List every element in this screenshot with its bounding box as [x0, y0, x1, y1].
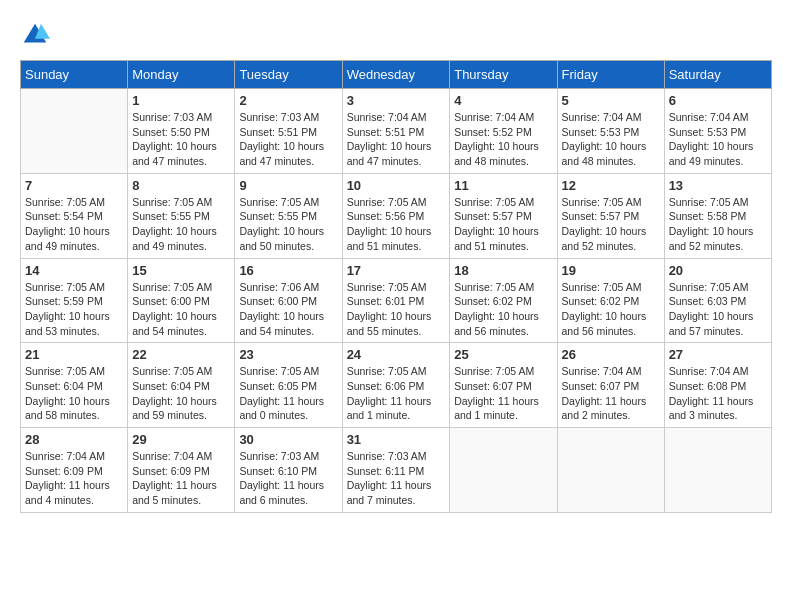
day-info: Sunrise: 7:04 AM Sunset: 5:53 PM Dayligh…: [562, 110, 660, 169]
day-number: 21: [25, 347, 123, 362]
logo-icon: [20, 20, 50, 50]
day-number: 11: [454, 178, 552, 193]
weekday-header: Thursday: [450, 61, 557, 89]
weekday-header-row: SundayMondayTuesdayWednesdayThursdayFrid…: [21, 61, 772, 89]
calendar-cell: 4Sunrise: 7:04 AM Sunset: 5:52 PM Daylig…: [450, 89, 557, 174]
day-info: Sunrise: 7:06 AM Sunset: 6:00 PM Dayligh…: [239, 280, 337, 339]
weekday-header: Tuesday: [235, 61, 342, 89]
weekday-header: Friday: [557, 61, 664, 89]
day-info: Sunrise: 7:03 AM Sunset: 5:50 PM Dayligh…: [132, 110, 230, 169]
day-number: 30: [239, 432, 337, 447]
day-number: 3: [347, 93, 446, 108]
day-info: Sunrise: 7:05 AM Sunset: 5:55 PM Dayligh…: [239, 195, 337, 254]
day-info: Sunrise: 7:05 AM Sunset: 6:00 PM Dayligh…: [132, 280, 230, 339]
calendar-cell: 2Sunrise: 7:03 AM Sunset: 5:51 PM Daylig…: [235, 89, 342, 174]
day-number: 16: [239, 263, 337, 278]
day-number: 24: [347, 347, 446, 362]
calendar-cell: 6Sunrise: 7:04 AM Sunset: 5:53 PM Daylig…: [664, 89, 771, 174]
calendar-cell: 30Sunrise: 7:03 AM Sunset: 6:10 PM Dayli…: [235, 428, 342, 513]
calendar-cell: [557, 428, 664, 513]
calendar-cell: 24Sunrise: 7:05 AM Sunset: 6:06 PM Dayli…: [342, 343, 450, 428]
day-info: Sunrise: 7:04 AM Sunset: 5:51 PM Dayligh…: [347, 110, 446, 169]
day-number: 15: [132, 263, 230, 278]
page-header: [20, 20, 772, 50]
day-number: 13: [669, 178, 767, 193]
calendar-cell: 10Sunrise: 7:05 AM Sunset: 5:56 PM Dayli…: [342, 173, 450, 258]
day-info: Sunrise: 7:05 AM Sunset: 6:07 PM Dayligh…: [454, 364, 552, 423]
day-number: 12: [562, 178, 660, 193]
day-info: Sunrise: 7:05 AM Sunset: 5:57 PM Dayligh…: [562, 195, 660, 254]
calendar-week-row: 1Sunrise: 7:03 AM Sunset: 5:50 PM Daylig…: [21, 89, 772, 174]
day-info: Sunrise: 7:05 AM Sunset: 6:02 PM Dayligh…: [454, 280, 552, 339]
day-info: Sunrise: 7:05 AM Sunset: 5:55 PM Dayligh…: [132, 195, 230, 254]
calendar-cell: 11Sunrise: 7:05 AM Sunset: 5:57 PM Dayli…: [450, 173, 557, 258]
calendar-cell: 29Sunrise: 7:04 AM Sunset: 6:09 PM Dayli…: [128, 428, 235, 513]
day-info: Sunrise: 7:05 AM Sunset: 6:02 PM Dayligh…: [562, 280, 660, 339]
day-info: Sunrise: 7:04 AM Sunset: 5:52 PM Dayligh…: [454, 110, 552, 169]
day-info: Sunrise: 7:05 AM Sunset: 6:06 PM Dayligh…: [347, 364, 446, 423]
calendar-cell: [450, 428, 557, 513]
calendar-cell: 15Sunrise: 7:05 AM Sunset: 6:00 PM Dayli…: [128, 258, 235, 343]
day-info: Sunrise: 7:05 AM Sunset: 6:03 PM Dayligh…: [669, 280, 767, 339]
calendar-cell: 19Sunrise: 7:05 AM Sunset: 6:02 PM Dayli…: [557, 258, 664, 343]
day-number: 18: [454, 263, 552, 278]
day-number: 2: [239, 93, 337, 108]
calendar-cell: 3Sunrise: 7:04 AM Sunset: 5:51 PM Daylig…: [342, 89, 450, 174]
calendar-week-row: 7Sunrise: 7:05 AM Sunset: 5:54 PM Daylig…: [21, 173, 772, 258]
logo: [20, 20, 54, 50]
day-number: 22: [132, 347, 230, 362]
day-number: 6: [669, 93, 767, 108]
calendar-week-row: 14Sunrise: 7:05 AM Sunset: 5:59 PM Dayli…: [21, 258, 772, 343]
calendar-cell: 8Sunrise: 7:05 AM Sunset: 5:55 PM Daylig…: [128, 173, 235, 258]
calendar-cell: 14Sunrise: 7:05 AM Sunset: 5:59 PM Dayli…: [21, 258, 128, 343]
calendar-cell: 16Sunrise: 7:06 AM Sunset: 6:00 PM Dayli…: [235, 258, 342, 343]
day-info: Sunrise: 7:04 AM Sunset: 5:53 PM Dayligh…: [669, 110, 767, 169]
calendar-cell: 18Sunrise: 7:05 AM Sunset: 6:02 PM Dayli…: [450, 258, 557, 343]
calendar-table: SundayMondayTuesdayWednesdayThursdayFrid…: [20, 60, 772, 513]
calendar-cell: 27Sunrise: 7:04 AM Sunset: 6:08 PM Dayli…: [664, 343, 771, 428]
day-number: 10: [347, 178, 446, 193]
day-number: 14: [25, 263, 123, 278]
day-info: Sunrise: 7:05 AM Sunset: 5:58 PM Dayligh…: [669, 195, 767, 254]
calendar-cell: 28Sunrise: 7:04 AM Sunset: 6:09 PM Dayli…: [21, 428, 128, 513]
day-info: Sunrise: 7:05 AM Sunset: 6:04 PM Dayligh…: [132, 364, 230, 423]
day-info: Sunrise: 7:03 AM Sunset: 5:51 PM Dayligh…: [239, 110, 337, 169]
day-number: 25: [454, 347, 552, 362]
calendar-cell: 21Sunrise: 7:05 AM Sunset: 6:04 PM Dayli…: [21, 343, 128, 428]
calendar-cell: [664, 428, 771, 513]
calendar-cell: 17Sunrise: 7:05 AM Sunset: 6:01 PM Dayli…: [342, 258, 450, 343]
day-number: 5: [562, 93, 660, 108]
calendar-cell: 26Sunrise: 7:04 AM Sunset: 6:07 PM Dayli…: [557, 343, 664, 428]
day-info: Sunrise: 7:05 AM Sunset: 5:56 PM Dayligh…: [347, 195, 446, 254]
day-info: Sunrise: 7:03 AM Sunset: 6:11 PM Dayligh…: [347, 449, 446, 508]
calendar-cell: 23Sunrise: 7:05 AM Sunset: 6:05 PM Dayli…: [235, 343, 342, 428]
calendar-cell: 9Sunrise: 7:05 AM Sunset: 5:55 PM Daylig…: [235, 173, 342, 258]
day-info: Sunrise: 7:05 AM Sunset: 6:04 PM Dayligh…: [25, 364, 123, 423]
day-info: Sunrise: 7:04 AM Sunset: 6:07 PM Dayligh…: [562, 364, 660, 423]
weekday-header: Sunday: [21, 61, 128, 89]
day-number: 27: [669, 347, 767, 362]
weekday-header: Monday: [128, 61, 235, 89]
weekday-header: Saturday: [664, 61, 771, 89]
day-info: Sunrise: 7:05 AM Sunset: 6:01 PM Dayligh…: [347, 280, 446, 339]
day-number: 20: [669, 263, 767, 278]
day-number: 9: [239, 178, 337, 193]
day-info: Sunrise: 7:03 AM Sunset: 6:10 PM Dayligh…: [239, 449, 337, 508]
calendar-cell: 7Sunrise: 7:05 AM Sunset: 5:54 PM Daylig…: [21, 173, 128, 258]
day-info: Sunrise: 7:04 AM Sunset: 6:09 PM Dayligh…: [25, 449, 123, 508]
calendar-cell: 1Sunrise: 7:03 AM Sunset: 5:50 PM Daylig…: [128, 89, 235, 174]
day-number: 23: [239, 347, 337, 362]
day-info: Sunrise: 7:05 AM Sunset: 5:54 PM Dayligh…: [25, 195, 123, 254]
day-number: 31: [347, 432, 446, 447]
calendar-cell: 20Sunrise: 7:05 AM Sunset: 6:03 PM Dayli…: [664, 258, 771, 343]
day-number: 4: [454, 93, 552, 108]
day-info: Sunrise: 7:04 AM Sunset: 6:08 PM Dayligh…: [669, 364, 767, 423]
calendar-cell: 31Sunrise: 7:03 AM Sunset: 6:11 PM Dayli…: [342, 428, 450, 513]
day-info: Sunrise: 7:04 AM Sunset: 6:09 PM Dayligh…: [132, 449, 230, 508]
calendar-cell: 5Sunrise: 7:04 AM Sunset: 5:53 PM Daylig…: [557, 89, 664, 174]
day-info: Sunrise: 7:05 AM Sunset: 5:57 PM Dayligh…: [454, 195, 552, 254]
day-info: Sunrise: 7:05 AM Sunset: 5:59 PM Dayligh…: [25, 280, 123, 339]
day-number: 26: [562, 347, 660, 362]
calendar-cell: 13Sunrise: 7:05 AM Sunset: 5:58 PM Dayli…: [664, 173, 771, 258]
calendar-week-row: 21Sunrise: 7:05 AM Sunset: 6:04 PM Dayli…: [21, 343, 772, 428]
